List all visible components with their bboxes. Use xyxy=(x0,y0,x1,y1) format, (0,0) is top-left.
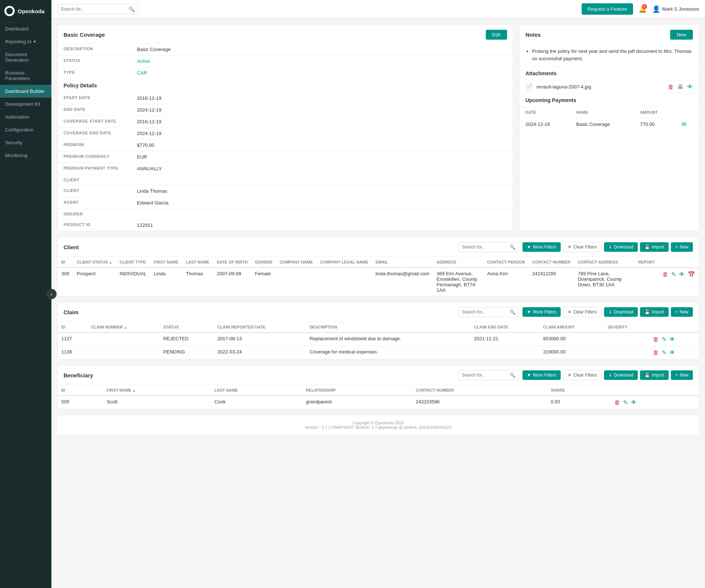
sidebar-collapse-button[interactable]: ‹ xyxy=(46,289,57,299)
claim-edit-button[interactable]: ✎ xyxy=(662,336,666,343)
policy-details-title: Policy Details xyxy=(58,79,513,92)
beneficiary-clear-filters-button[interactable]: ✕ Clear Filters xyxy=(563,370,602,380)
sidebar-item-monitoring[interactable]: Monitoring xyxy=(0,149,51,162)
client-last-name-header: LAST NAME xyxy=(182,257,213,268)
beneficiary-download-button[interactable]: ⇓ Download xyxy=(604,370,638,380)
client-email-header: EMAIL xyxy=(372,257,433,268)
claim-row2-number xyxy=(87,346,159,359)
client-edit-button[interactable]: ✎ xyxy=(671,271,676,278)
sidebar-item-automation[interactable]: Automation xyxy=(0,110,51,123)
client-view-button[interactable]: 👁 xyxy=(679,271,685,278)
plus-icon: + xyxy=(675,244,678,250)
client-section-row: CLIENT xyxy=(58,174,513,185)
beneficiary-section-title: Beneficiary xyxy=(64,372,93,378)
sidebar-item-config[interactable]: Configuration xyxy=(0,123,51,136)
print-attachment-button[interactable]: 🖶 xyxy=(677,84,683,90)
client-row-status: Prospect xyxy=(73,268,116,296)
client-row: CLIENT Linda Thomas xyxy=(58,185,513,197)
client-clear-filters-button[interactable]: ✕ Clear Filters xyxy=(563,242,602,252)
client-row-report xyxy=(634,268,659,296)
sidebar-item-biz-params[interactable]: Business Parameters xyxy=(0,66,51,85)
top-row: Basic Coverage Edit DESCRIPTION Basic Co… xyxy=(57,24,699,231)
claim-section-title: Claim xyxy=(64,309,79,315)
sidebar-item-dev-kit[interactable]: Development Kit xyxy=(0,98,51,110)
claim-more-filters-button[interactable]: ▼ More Filters xyxy=(523,307,561,317)
claim-description-header: DESCRIPTION xyxy=(306,322,470,333)
end-date-row: END DATE 2024-12-19 xyxy=(58,104,513,116)
edit-button[interactable]: Edit xyxy=(486,30,507,40)
sidebar-item-reporting-ai[interactable]: Reporting AI ✦ xyxy=(0,35,51,48)
claim-search-input[interactable] xyxy=(462,309,510,315)
notifications-button[interactable]: 🔔 0 xyxy=(637,3,648,15)
user-menu[interactable]: 👤 Mark S Jonesson xyxy=(652,5,699,13)
beneficiary-import-button[interactable]: 💾 Import xyxy=(640,370,669,380)
premium-row: PREMIUM $770.00 xyxy=(58,139,513,151)
delete-attachment-button[interactable]: 🗑 xyxy=(668,84,674,90)
sidebar-logo: Openkoda xyxy=(0,0,51,22)
client-new-button[interactable]: + New xyxy=(671,242,693,252)
claim-import-button[interactable]: 💾 Import xyxy=(640,307,669,317)
premium-currency-label: PREMIUM CURRENCY xyxy=(64,154,137,160)
client-header-actions: ▼ More Filters ✕ Clear Filters ⇓ Downloa… xyxy=(523,242,693,252)
client-row-company xyxy=(276,268,317,296)
start-date-value: 2016-12-19 xyxy=(137,95,162,101)
sidebar-item-doc-gen[interactable]: Document Generation xyxy=(0,48,51,66)
claim-search-container: 🔍 xyxy=(459,307,519,317)
coverage-start-label: COVERAGE START DATE xyxy=(64,119,137,124)
download-icon: ⇓ xyxy=(608,309,612,315)
client-calendar-button[interactable]: 📅 xyxy=(688,271,695,278)
claim-download-button[interactable]: ⇓ Download xyxy=(604,307,638,317)
type-value: CAR xyxy=(137,70,147,76)
client-row-company-legal xyxy=(317,268,372,296)
claim-view-button[interactable]: 👁 xyxy=(669,336,675,343)
notes-section: Notes New Prolong the policy for next ye… xyxy=(520,25,699,66)
ben-delete-button[interactable]: 🗑 xyxy=(614,399,620,406)
notes-title: Notes xyxy=(525,32,541,38)
sidebar-item-dashboard-builder[interactable]: Dashboard Builder xyxy=(0,85,51,98)
beneficiary-new-button[interactable]: + New xyxy=(671,370,693,380)
client-delete-button[interactable]: 🗑 xyxy=(662,271,668,278)
search-input[interactable] xyxy=(61,7,129,12)
file-icon: 📄 xyxy=(525,83,533,90)
claim2-view-button[interactable]: 👁 xyxy=(669,349,675,356)
client-row-contact-person: Anna Kim xyxy=(484,268,528,296)
view-attachment-button[interactable]: 👁 xyxy=(687,84,693,90)
agent-value: Edward Garcia xyxy=(137,200,169,206)
beneficiary-search-input[interactable] xyxy=(462,373,510,378)
claim2-edit-button[interactable]: ✎ xyxy=(662,349,666,356)
type-label: TYPE xyxy=(64,70,137,76)
client-import-button[interactable]: 💾 Import xyxy=(640,242,669,252)
claim-row-severity xyxy=(604,333,650,346)
sort-arrow-icon: ▲ xyxy=(124,326,127,329)
ben-view-button[interactable]: 👁 xyxy=(631,399,637,406)
upcoming-name: Basic Coverage xyxy=(570,118,634,131)
main-content: 🔍 Request a Feature 🔔 0 👤 Mark S Jonesso… xyxy=(51,0,705,588)
sidebar-item-dashboard[interactable]: Dashboard xyxy=(0,22,51,35)
import-icon: 💾 xyxy=(644,309,650,315)
client-search-input[interactable] xyxy=(462,244,510,250)
claim-row2-reported-date: 2022-03-24 xyxy=(214,346,306,359)
download-icon: ⇓ xyxy=(608,244,612,250)
request-feature-button[interactable]: Request a Feature xyxy=(582,3,633,15)
premium-currency-value: EUR xyxy=(137,154,147,160)
notes-item: Prolong the policy for next year and sen… xyxy=(532,48,693,62)
ben-edit-button[interactable]: ✎ xyxy=(623,399,628,406)
claim-delete-button[interactable]: 🗑 xyxy=(653,336,659,343)
client-more-filters-button[interactable]: ▼ More Filters xyxy=(523,242,561,252)
logo-text: Openkoda xyxy=(18,8,44,14)
client-download-button[interactable]: ⇓ Download xyxy=(604,242,638,252)
claim-search-icon: 🔍 xyxy=(510,309,516,315)
sidebar-item-security[interactable]: Security xyxy=(0,136,51,149)
send-email-button[interactable]: ✉ xyxy=(682,121,686,128)
beneficiary-more-filters-button[interactable]: ▼ More Filters xyxy=(523,370,561,380)
notes-new-button[interactable]: New xyxy=(670,30,693,40)
client-row-dob: 2007-09-09 xyxy=(213,268,251,296)
beneficiary-header-actions: ▼ More Filters ✕ Clear Filters ⇓ Downloa… xyxy=(523,370,693,380)
claim2-delete-button[interactable]: 🗑 xyxy=(653,349,659,356)
claim-new-button[interactable]: + New xyxy=(671,307,693,317)
claim-clear-filters-button[interactable]: ✕ Clear Filters xyxy=(563,307,602,317)
client-search-icon: 🔍 xyxy=(510,244,516,250)
client-row-address: 369 Elm Avenue, Enniskillen, County Ferm… xyxy=(433,268,484,296)
import-icon: 💾 xyxy=(644,373,650,378)
user-icon: 👤 xyxy=(652,5,660,13)
